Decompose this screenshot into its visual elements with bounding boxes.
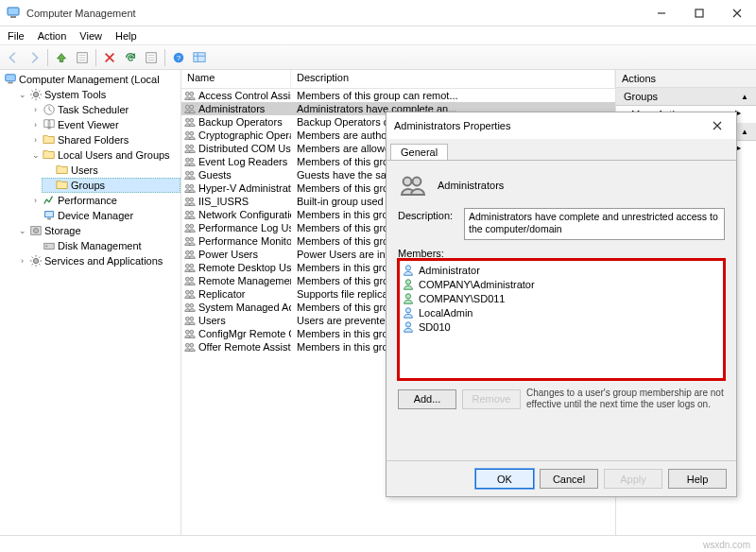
user-icon <box>402 292 415 305</box>
status-bar <box>0 535 756 552</box>
row-name: Administrators <box>198 103 265 114</box>
menu-file[interactable]: File <box>2 28 30 43</box>
apply-button[interactable]: Apply <box>604 469 662 489</box>
member-item[interactable]: COMPANY\Administrator <box>402 277 721 291</box>
tree-label: Local Users and Groups <box>58 149 170 161</box>
chevron-up-icon: ▲ <box>741 93 748 101</box>
tree-groups[interactable]: Groups <box>42 178 180 193</box>
membership-hint: Changes to a user's group membership are… <box>526 388 725 410</box>
group-icon <box>398 170 428 200</box>
expand-icon[interactable]: › <box>30 196 41 205</box>
up-button[interactable] <box>52 48 71 67</box>
group-icon <box>183 314 197 327</box>
help-button[interactable] <box>169 48 188 67</box>
member-item[interactable]: COMPANY\SD011 <box>402 291 721 305</box>
expand-icon[interactable]: › <box>17 256 27 266</box>
member-item[interactable]: SD010 <box>402 319 721 334</box>
tree-systools[interactable]: ⌄ System Tools <box>15 87 180 102</box>
tree-storage[interactable]: ⌄Storage <box>15 223 180 238</box>
dialog-close-button[interactable] <box>698 112 736 139</box>
window-title: Computer Management <box>26 8 136 19</box>
group-icon <box>183 287 197 301</box>
close-button[interactable] <box>718 0 756 26</box>
column-headers[interactable]: Name Description <box>181 70 615 89</box>
ok-button[interactable]: OK <box>475 469 534 489</box>
members-listbox[interactable]: AdministratorCOMPANY\AdministratorCOMPAN… <box>398 259 725 380</box>
gear-icon <box>29 254 43 267</box>
user-icon <box>402 264 415 277</box>
row-name: Network Configuratio... <box>198 209 291 220</box>
group-icon <box>183 248 197 261</box>
row-name: Performance Monitor ... <box>198 235 291 247</box>
group-icon <box>183 274 197 287</box>
tree-shared-folders[interactable]: ›Shared Folders <box>28 132 180 147</box>
group-icon <box>183 181 197 195</box>
group-icon <box>183 208 197 221</box>
row-name: Performance Log Users <box>198 222 291 233</box>
row-name: Cryptographic Operat... <box>198 129 291 141</box>
collapse-icon[interactable]: ⌄ <box>30 150 41 160</box>
nav-forward-button[interactable] <box>25 48 43 67</box>
tree-pane[interactable]: Computer Management (Local ⌄ System Tool… <box>0 70 181 535</box>
export-button[interactable] <box>142 48 161 67</box>
tree-device-manager[interactable]: Device Manager <box>28 208 180 223</box>
folder-icon <box>43 148 56 162</box>
group-row[interactable]: Access Control Assist...Members of this … <box>181 89 615 102</box>
actions-section-groups[interactable]: Groups▲ <box>616 88 756 106</box>
dialog-tab-general[interactable]: General <box>390 144 448 160</box>
tree-services[interactable]: ›Services and Applications <box>15 253 180 268</box>
expand-icon[interactable]: › <box>30 120 41 129</box>
row-name: Users <box>198 315 226 326</box>
minimize-button[interactable] <box>643 0 680 26</box>
member-item[interactable]: Administrator <box>402 263 721 277</box>
expand-icon[interactable]: › <box>30 105 41 114</box>
storage-icon <box>29 224 43 237</box>
group-icon <box>183 195 197 208</box>
menu-action[interactable]: Action <box>32 28 73 43</box>
expand-icon[interactable]: › <box>30 135 41 145</box>
member-name: COMPANY\SD011 <box>419 293 506 304</box>
row-desc: Members of this group can remot... <box>291 90 615 101</box>
member-item[interactable]: LocalAdmin <box>402 305 721 319</box>
refresh-button[interactable] <box>121 48 140 67</box>
tree-disk-management[interactable]: Disk Management <box>28 238 180 253</box>
tree-local-users-groups[interactable]: ⌄Local Users and Groups <box>28 147 180 163</box>
remove-button[interactable]: Remove <box>462 389 521 409</box>
tree-root[interactable]: Computer Management (Local <box>2 72 180 87</box>
maximize-button[interactable] <box>680 0 718 26</box>
row-name: Access Control Assist... <box>198 90 291 101</box>
col-name[interactable]: Name <box>181 70 291 88</box>
cancel-button[interactable]: Cancel <box>540 469 598 489</box>
folder-icon <box>56 164 69 177</box>
tree-label: Computer Management (Local <box>19 74 160 85</box>
user-icon <box>402 306 415 319</box>
menu-view[interactable]: View <box>74 28 108 43</box>
disk-icon <box>43 239 56 252</box>
help-button[interactable]: Help <box>668 469 727 489</box>
description-textbox[interactable]: Administrators have complete and unrestr… <box>464 208 725 240</box>
dialog-titlebar[interactable]: Administrators Properties <box>387 112 736 139</box>
add-button[interactable]: Add... <box>398 389 456 409</box>
tree-label: Event Viewer <box>58 119 119 130</box>
chevron-up-icon: ▲ <box>741 128 748 136</box>
row-name: Power Users <box>198 249 258 260</box>
user-icon <box>402 278 415 291</box>
col-description[interactable]: Description <box>291 70 615 88</box>
menu-help[interactable]: Help <box>110 28 143 43</box>
tree-users[interactable]: Users <box>42 163 180 178</box>
tree-performance[interactable]: ›Performance <box>28 193 180 208</box>
row-name: Guests <box>198 169 232 181</box>
collapse-icon[interactable]: ⌄ <box>17 90 27 99</box>
delete-button[interactable] <box>100 48 119 67</box>
app-icon <box>6 6 21 21</box>
collapse-icon[interactable]: ⌄ <box>17 226 27 235</box>
properties-button[interactable] <box>73 48 92 67</box>
group-icon <box>183 129 197 142</box>
folder-icon <box>56 179 69 192</box>
row-name: Replicator <box>198 288 246 300</box>
row-name: Backup Operators <box>198 116 283 128</box>
panes-button[interactable] <box>190 48 209 67</box>
nav-back-button[interactable] <box>4 48 23 67</box>
tree-event-viewer[interactable]: ›Event Viewer <box>28 117 180 132</box>
tree-task-scheduler[interactable]: ›Task Scheduler <box>28 102 180 117</box>
